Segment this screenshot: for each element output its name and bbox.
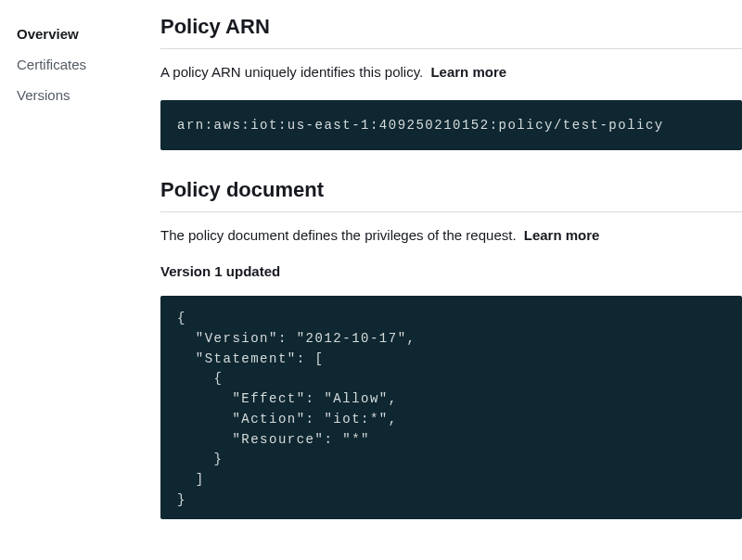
policy-document-description-text: The policy document defines the privileg… xyxy=(160,227,517,243)
policy-arn-description-text: A policy ARN uniquely identifies this po… xyxy=(160,64,423,80)
sidebar-item-certificates[interactable]: Certificates xyxy=(17,49,144,80)
policy-document-title: Policy document xyxy=(160,178,742,212)
policy-arn-title: Policy ARN xyxy=(160,15,742,49)
policy-arn-code: arn:aws:iot:us-east-1:409250210152:polic… xyxy=(160,100,742,150)
main-content: Policy ARN A policy ARN uniquely identif… xyxy=(144,0,742,560)
policy-document-section: Policy document The policy document defi… xyxy=(160,178,742,519)
sidebar: Overview Certificates Versions xyxy=(0,0,144,560)
policy-arn-learn-more-link[interactable]: Learn more xyxy=(430,64,506,80)
sidebar-item-overview[interactable]: Overview xyxy=(17,19,144,49)
policy-arn-section: Policy ARN A policy ARN uniquely identif… xyxy=(160,15,742,150)
policy-document-code: { "Version": "2012-10-17", "Statement": … xyxy=(160,296,742,519)
sidebar-item-versions[interactable]: Versions xyxy=(17,80,144,110)
policy-document-description: The policy document defines the privileg… xyxy=(160,227,742,243)
policy-document-learn-more-link[interactable]: Learn more xyxy=(524,227,600,243)
policy-arn-description: A policy ARN uniquely identifies this po… xyxy=(160,64,742,80)
policy-version-label: Version 1 updated xyxy=(160,263,742,279)
